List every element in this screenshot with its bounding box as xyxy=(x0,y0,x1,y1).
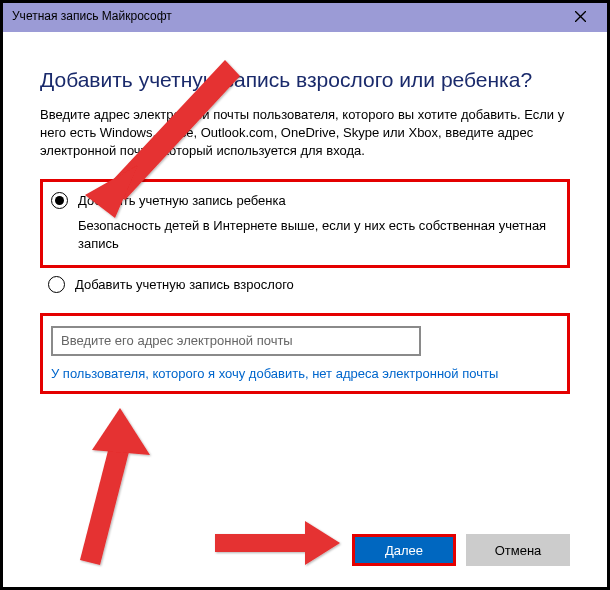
button-row: Далее Отмена xyxy=(352,534,570,566)
description-text: Введите адрес электронной почты пользова… xyxy=(40,106,570,161)
close-icon xyxy=(575,11,586,22)
page-heading: Добавить учетную запись взрослого или ре… xyxy=(40,68,570,92)
radio-adult-row[interactable]: Добавить учетную запись взрослого xyxy=(48,276,562,293)
option-child-label: Добавить учетную запись ребенка xyxy=(78,193,286,208)
radio-child-row[interactable]: Добавить учетную запись ребенка xyxy=(51,192,559,209)
next-button[interactable]: Далее xyxy=(352,534,456,566)
radio-icon xyxy=(51,192,68,209)
option-adult-group[interactable]: Добавить учетную запись взрослого xyxy=(40,274,570,309)
email-input[interactable] xyxy=(51,326,421,356)
window-title: Учетная запись Майкрософт xyxy=(12,9,172,23)
cancel-button[interactable]: Отмена xyxy=(466,534,570,566)
no-email-link[interactable]: У пользователя, которого я хочу добавить… xyxy=(51,366,559,381)
annotation-arrow-icon xyxy=(50,400,180,570)
radio-icon xyxy=(48,276,65,293)
close-button[interactable] xyxy=(558,2,602,30)
svg-rect-2 xyxy=(215,534,310,552)
option-child-subtext: Безопасность детей в Интернете выше, есл… xyxy=(78,217,559,253)
titlebar: Учетная запись Майкрософт xyxy=(0,0,610,32)
option-adult-label: Добавить учетную запись взрослого xyxy=(75,277,294,292)
annotation-arrow-icon xyxy=(210,518,350,568)
option-child-group[interactable]: Добавить учетную запись ребенка Безопасн… xyxy=(40,179,570,268)
email-section: У пользователя, которого я хочу добавить… xyxy=(40,313,570,394)
dialog-content: Добавить учетную запись взрослого или ре… xyxy=(0,32,610,394)
